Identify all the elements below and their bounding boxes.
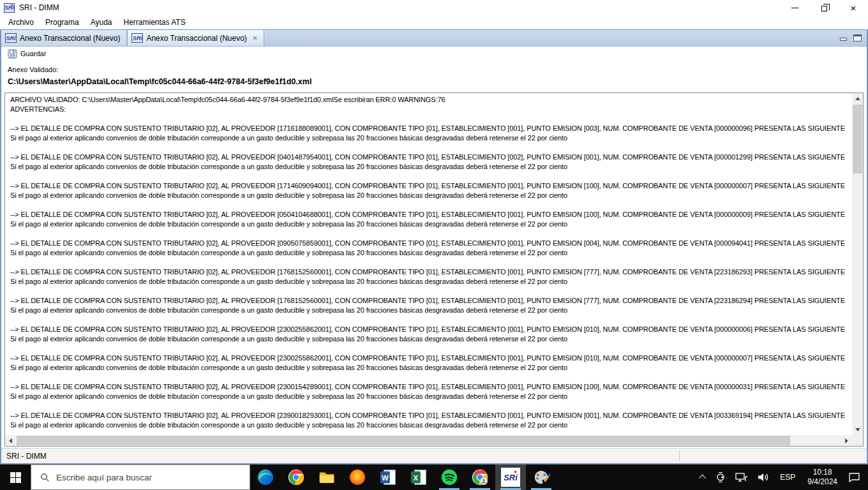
save-label: Guardar — [20, 50, 46, 57]
horizontal-scroll-thumb[interactable] — [17, 436, 790, 445]
toolbar: Guardar — [1, 47, 867, 61]
horizontal-scrollbar[interactable] — [5, 435, 852, 446]
sri-tab-icon: SRi — [131, 33, 143, 43]
scroll-up-button[interactable] — [852, 93, 863, 104]
clock[interactable]: 10:18 9/4/2024 — [801, 464, 844, 490]
firefox-icon — [348, 468, 367, 487]
language-indicator[interactable]: ESP — [774, 464, 801, 490]
taskbar-edge[interactable] — [250, 464, 281, 490]
time-text: 10:18 — [807, 468, 837, 477]
menu-archivo[interactable]: Archivo — [3, 17, 40, 28]
taskbar-sri-dimm[interactable]: SRi — [495, 464, 526, 490]
windows-logo-icon — [10, 472, 21, 483]
minimize-pane-icon[interactable] — [840, 38, 847, 41]
validated-file-path: C:\Users\Master\AppData\Local\Temp\fc05c… — [8, 75, 867, 89]
tab-close-icon[interactable]: × — [253, 34, 258, 42]
validation-log-text[interactable]: ARCHIVO VALIDADO: C:\Users\Master\AppDat… — [5, 93, 852, 435]
taskbar-paint[interactable] — [526, 464, 557, 490]
search-icon — [40, 473, 50, 482]
menu-herramientas-ats[interactable]: Herramientas ATS — [118, 17, 191, 28]
save-icon — [8, 49, 17, 59]
tab-label: Anexo Transaccional (Nuevo) — [20, 34, 120, 43]
edge-icon — [256, 468, 275, 487]
taskbar-file-explorer[interactable] — [311, 464, 342, 490]
vertical-scroll-thumb[interactable] — [853, 105, 862, 174]
close-icon: × — [851, 3, 857, 13]
restore-button[interactable] — [809, 0, 839, 15]
action-center-button[interactable] — [844, 464, 868, 490]
taskbar-spotify[interactable] — [434, 464, 465, 490]
app-logo-icon: SRi — [4, 3, 15, 13]
spotify-icon — [440, 468, 459, 487]
status-divider — [679, 450, 680, 461]
tab-label: Anexo Transaccional (Nuevo) — [146, 34, 246, 43]
chrome-icon — [287, 468, 306, 487]
app-frame: SRi Anexo Transaccional (Nuevo) SRi Anex… — [0, 29, 868, 464]
word-icon: W — [378, 468, 398, 487]
close-button[interactable]: × — [839, 0, 868, 15]
start-button[interactable] — [0, 464, 31, 490]
restore-icon — [821, 6, 827, 11]
scrollbar-corner — [852, 435, 863, 446]
paint-icon — [532, 468, 551, 487]
sri-tab-icon: SRi — [5, 33, 17, 43]
validation-info: Anexo Validado: C:\Users\Master\AppData\… — [1, 61, 867, 90]
sri-dimm-icon: SRi — [501, 468, 520, 487]
chrome-profile-icon — [470, 468, 490, 487]
window-title: SRI - DIMM — [19, 3, 59, 12]
scroll-left-button[interactable] — [5, 435, 16, 446]
network-button[interactable] — [731, 464, 752, 490]
chevron-up-icon — [699, 475, 706, 482]
excel-icon: X — [409, 468, 428, 487]
save-button[interactable]: Guardar — [5, 48, 49, 59]
menu-bar: Archivo Programa Ayuda Herramientas ATS — [0, 15, 868, 29]
file-explorer-icon — [317, 468, 336, 487]
menu-ayuda[interactable]: Ayuda — [85, 17, 118, 28]
taskbar-search[interactable]: Escribe aquí para buscar — [31, 464, 250, 490]
taskbar: Escribe aquí para buscar — [0, 464, 868, 490]
validation-log-panel: ARCHIVO VALIDADO: C:\Users\Master\AppDat… — [4, 93, 864, 447]
tray-expand-button[interactable] — [696, 464, 710, 490]
taskbar-chrome-profile[interactable] — [465, 464, 495, 490]
notification-icon — [848, 472, 860, 483]
minimize-icon — [791, 8, 798, 8]
title-bar: SRi SRI - DIMM × — [0, 0, 868, 15]
system-tray: ESP 10:18 9/4/2024 — [696, 464, 868, 490]
vertical-scrollbar[interactable] — [852, 93, 863, 435]
taskbar-excel[interactable]: X — [403, 464, 434, 490]
svg-text:X: X — [414, 474, 419, 482]
volume-button[interactable] — [752, 464, 774, 490]
status-bar: SRI - DIMM — [1, 448, 867, 463]
scroll-down-button[interactable] — [852, 424, 863, 435]
menu-programa[interactable]: Programa — [40, 17, 85, 28]
taskbar-firefox[interactable] — [342, 464, 373, 490]
tray-sync-button[interactable] — [710, 464, 731, 490]
anexo-validado-label: Anexo Validado: — [8, 63, 867, 75]
volume-icon — [757, 471, 770, 483]
network-icon — [735, 471, 748, 483]
sync-circle-icon — [715, 471, 726, 483]
taskbar-chrome[interactable] — [281, 464, 311, 490]
tab-anexo-transaccional-1[interactable]: SRi Anexo Transaccional (Nuevo) — [1, 30, 127, 46]
status-text: SRI - DIMM — [6, 452, 47, 461]
tab-anexo-transaccional-2[interactable]: SRi Anexo Transaccional (Nuevo) × — [127, 30, 264, 46]
search-placeholder: Escribe aquí para buscar — [56, 473, 152, 482]
tab-bar: SRi Anexo Transaccional (Nuevo) SRi Anex… — [1, 30, 867, 47]
minimize-button[interactable] — [780, 0, 809, 15]
maximize-pane-icon[interactable] — [853, 34, 862, 41]
scroll-right-button[interactable] — [841, 435, 852, 446]
svg-text:W: W — [382, 474, 389, 482]
date-text: 9/4/2024 — [807, 477, 837, 487]
taskbar-word[interactable]: W — [373, 464, 403, 490]
